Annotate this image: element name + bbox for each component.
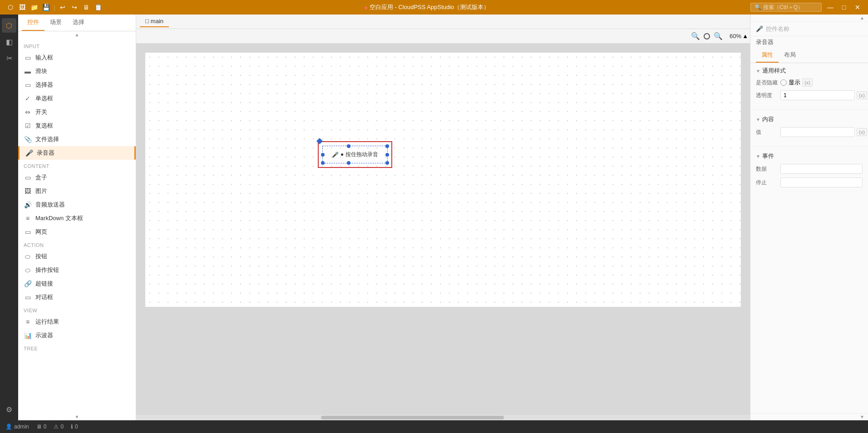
handle-bot-left[interactable]	[321, 161, 325, 165]
tab-select[interactable]: 选择	[67, 15, 90, 31]
handle-bot-mid[interactable]	[347, 161, 350, 165]
props-value-x-btn[interactable]: (x)	[857, 128, 867, 136]
close-icon[interactable]: ✕	[853, 2, 863, 12]
comp-switch[interactable]: ⇔ 开关	[18, 105, 136, 119]
comp-link[interactable]: 🔗 超链接	[18, 277, 136, 290]
info-count: 0	[75, 423, 78, 430]
comp-markdown[interactable]: ≡ MarkDown 文本框	[18, 212, 136, 225]
canvas-scroll-area[interactable]: 🎤 ● 按住拖动录音	[136, 44, 750, 415]
comp-button[interactable]: ⬭ 按钮	[18, 250, 136, 263]
input-box-icon: ▭	[24, 54, 32, 62]
comp-checkbox[interactable]: ☑ 复选框	[18, 119, 136, 133]
comp-oscilloscope[interactable]: 📊 示波器	[18, 329, 136, 342]
props-section-events-header[interactable]: ▼ 事件	[756, 152, 863, 160]
props-hidden-radio[interactable]: 显示	[780, 79, 800, 87]
chevron-down-events: ▼	[756, 154, 760, 159]
oscilloscope-label: 示波器	[35, 331, 53, 340]
maximize-icon[interactable]: □	[839, 2, 849, 12]
undo-icon[interactable]: ↩	[58, 2, 68, 12]
section-content-label: CONTENT	[18, 160, 136, 171]
input-box-label: 输入框	[35, 54, 53, 62]
recorder-label: 录音器	[37, 149, 54, 157]
comp-result[interactable]: ≡ 运行结果	[18, 315, 136, 329]
comp-box[interactable]: ▭ 盒子	[18, 171, 136, 184]
props-value-input[interactable]	[780, 127, 855, 137]
props-opacity-x-btn[interactable]: (x)	[857, 91, 867, 99]
handle-top-mid[interactable]	[347, 144, 350, 148]
minimize-icon[interactable]: —	[825, 2, 835, 12]
status-user: 👤 admin	[5, 423, 29, 430]
handle-mid-left[interactable]	[321, 153, 325, 157]
tab-scenes[interactable]: 场景	[44, 15, 67, 31]
handle-diamond[interactable]	[316, 138, 323, 144]
props-hidden-label: 是否隐藏	[756, 79, 779, 87]
scroll-up-arrow[interactable]: ▲	[18, 31, 136, 38]
oscilloscope-icon: 📊	[24, 331, 32, 340]
publish-icon[interactable]: 📋	[93, 2, 103, 12]
comp-selector[interactable]: ▭ 选择器	[18, 78, 136, 92]
canvas-tab-main[interactable]: □ main	[140, 16, 169, 27]
title-bar-right: 🔍 — □ ✕	[750, 2, 863, 12]
tab-controls[interactable]: 控件	[22, 15, 44, 31]
search-box[interactable]: 🔍	[750, 3, 822, 12]
switch-label: 开关	[35, 108, 47, 116]
sidebar-settings-icon[interactable]: ⚙	[2, 402, 16, 417]
comp-slider[interactable]: ▬ 滑块	[18, 64, 136, 78]
handle-top-right[interactable]	[385, 144, 389, 148]
comp-audio-player[interactable]: 🔊 音频放送器	[18, 198, 136, 212]
props-stop-input[interactable]	[780, 177, 863, 187]
bottom-scrollbar[interactable]	[136, 415, 750, 420]
scroll-down-arrow[interactable]: ▼	[18, 413, 136, 420]
recorder-canvas-label: ● 按住拖动录音	[340, 151, 378, 158]
new-file-icon[interactable]: 🖼	[17, 2, 27, 12]
radio-circle[interactable]	[780, 79, 787, 86]
handle-mid-right[interactable]	[385, 153, 389, 157]
open-icon[interactable]: 📁	[29, 2, 39, 12]
props-scroll-up[interactable]: ▲	[750, 15, 868, 22]
props-row-hidden: 是否隐藏 显示 (x)	[756, 79, 863, 87]
comp-input-box[interactable]: ▭ 输入框	[18, 51, 136, 64]
file-select-icon: 📎	[24, 135, 32, 143]
radio-icon: ✓	[24, 94, 32, 103]
redo-icon[interactable]: ↪	[69, 2, 79, 12]
props-scroll-down[interactable]: ▼	[750, 413, 868, 420]
canvas-recorder-component[interactable]: 🎤 ● 按住拖动录音	[318, 141, 392, 168]
props-tab-attributes[interactable]: 属性	[756, 48, 779, 63]
props-row-value: 值 (x)	[756, 127, 863, 137]
link-label: 超链接	[35, 280, 53, 288]
props-tabs: 属性 布局	[750, 48, 868, 63]
scrollbar-thumb[interactable]	[321, 416, 504, 419]
comp-recorder[interactable]: 🎤 录音器	[18, 146, 136, 160]
comp-action-btn[interactable]: ⬭ 操作按钮	[18, 263, 136, 277]
comp-image[interactable]: 🖼 图片	[18, 184, 136, 198]
dialog-icon: ▭	[24, 293, 32, 301]
zoom-in-btn[interactable]: 🔍	[714, 32, 723, 40]
checkbox-label: 复选框	[35, 122, 53, 130]
props-tab-layout[interactable]: 布局	[779, 48, 801, 63]
app-logo-icon[interactable]: ⬡	[5, 2, 15, 12]
zoom-out-btn[interactable]: 🔍	[691, 32, 700, 40]
props-mic-icon: 🎤	[756, 25, 763, 32]
sidebar-app-icon[interactable]: ⬡	[2, 18, 16, 33]
canvas-area: □ main 🔍 🔍 60% ▲	[136, 15, 750, 420]
sidebar-bottom: ⚙	[2, 402, 16, 417]
search-input[interactable]	[763, 4, 818, 10]
props-section-general-header[interactable]: ▼ 通用样式	[756, 67, 863, 75]
props-hidden-x-btn[interactable]: (x)	[802, 79, 813, 87]
sidebar-layers-icon[interactable]: ◧	[2, 34, 16, 49]
props-data-input[interactable]	[780, 164, 863, 174]
props-name-input[interactable]	[766, 25, 863, 32]
comp-radio[interactable]: ✓ 单选框	[18, 92, 136, 105]
props-opacity-input[interactable]	[780, 90, 855, 100]
props-section-content-header[interactable]: ▼ 内容	[756, 115, 863, 123]
comp-webpage[interactable]: ▭ 网页	[18, 225, 136, 239]
comp-file-select[interactable]: 📎 文件选择	[18, 133, 136, 146]
save-icon[interactable]: 💾	[41, 2, 51, 12]
recorder-icon: 🎤	[25, 149, 33, 157]
preview-icon[interactable]: 🖥	[81, 2, 91, 12]
canvas-scroll-up[interactable]: ▲	[742, 29, 748, 43]
handle-bot-right[interactable]	[385, 161, 389, 165]
sidebar-tools-icon[interactable]: ✂	[2, 51, 16, 65]
comp-dialog[interactable]: ▭ 对话框	[18, 290, 136, 304]
info-icon: ℹ	[71, 423, 73, 430]
